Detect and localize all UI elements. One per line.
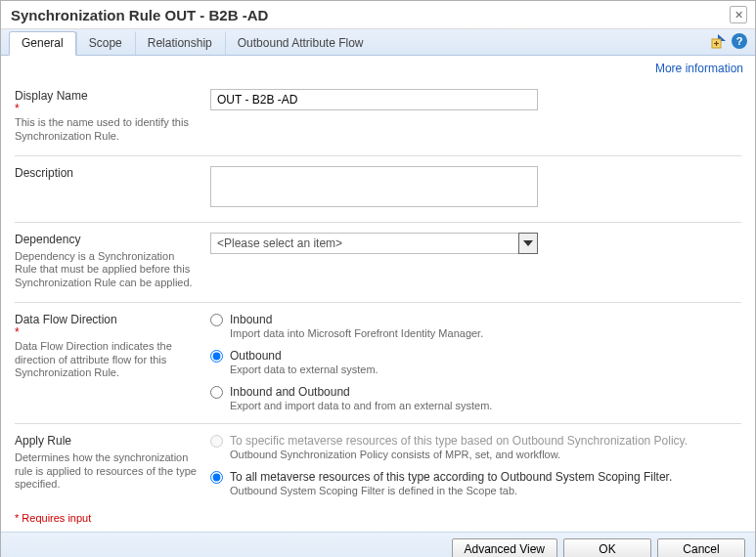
data-flow-label: Data Flow Direction — [15, 313, 199, 326]
tab-scope-label: Scope — [89, 36, 122, 50]
radio-apply-all-help: Outbound System Scoping Filter is define… — [230, 485, 672, 496]
dependency-select[interactable]: <Please select an item> — [210, 233, 538, 254]
description-label: Description — [15, 166, 199, 180]
radio-inbound-label: Inbound — [230, 313, 483, 326]
radio-apply-all[interactable] — [210, 471, 223, 484]
dialog-footer: Advanced View OK Cancel — [1, 532, 755, 557]
radio-apply-specific — [210, 435, 223, 448]
display-name-input[interactable] — [210, 89, 538, 110]
section-data-flow: Data Flow Direction * Data Flow Directio… — [15, 303, 741, 424]
radio-inbound-outbound-label: Inbound and Outbound — [230, 385, 492, 399]
radio-outbound-help: Export data to external system. — [230, 364, 378, 375]
close-icon: ✕ — [734, 9, 743, 21]
section-apply-rule: Apply Rule Determines how the synchroniz… — [15, 424, 741, 500]
required-marker: * — [15, 328, 199, 336]
dialog-title: Synchronization Rule OUT - B2B -AD — [11, 7, 268, 23]
dependency-select-value: <Please select an item> — [210, 233, 538, 254]
tab-relationship-label: Relationship — [148, 36, 212, 50]
radio-inbound-outbound[interactable] — [210, 386, 223, 399]
radio-apply-all-label: To all metaverse resources of this type … — [230, 470, 672, 484]
help-icon[interactable]: ? — [732, 33, 747, 49]
more-information-link[interactable]: More information — [655, 62, 743, 75]
more-info-row: More information — [1, 56, 755, 75]
tab-outbound-label: Outbound Attribute Flow — [238, 36, 364, 50]
description-input[interactable] — [210, 166, 538, 207]
ok-button[interactable]: OK — [563, 538, 651, 557]
radio-outbound-label: Outbound — [230, 349, 378, 363]
tab-general[interactable]: General — [9, 31, 76, 56]
data-flow-help: Data Flow Direction indicates the direct… — [15, 340, 199, 380]
apply-rule-label: Apply Rule — [15, 434, 199, 448]
dependency-help: Dependency is a Synchronization Rule tha… — [15, 250, 199, 290]
radio-apply-specific-help: Outbound Synchronization Policy consists… — [230, 449, 688, 460]
cancel-button[interactable]: Cancel — [657, 538, 745, 557]
title-bar: Synchronization Rule OUT - B2B -AD ✕ — [1, 1, 755, 29]
tab-general-label: General — [22, 36, 64, 50]
radio-inbound-outbound-help: Export and import data to and from an ex… — [230, 400, 492, 411]
chevron-down-icon — [518, 233, 538, 254]
advanced-view-button[interactable]: Advanced View — [452, 538, 558, 557]
display-name-label: Display Name — [15, 89, 199, 103]
tab-scope[interactable]: Scope — [76, 31, 135, 55]
radio-inbound-help: Import data into Microsoft Forefront Ide… — [230, 327, 483, 339]
tab-relationship[interactable]: Relationship — [135, 31, 225, 55]
radio-outbound[interactable] — [210, 350, 223, 363]
apply-rule-help: Determines how the synchronization rule … — [15, 451, 199, 492]
section-description: Description — [15, 156, 741, 223]
requires-input-note: * Requires input — [1, 504, 755, 532]
tabs-right-actions: ? — [710, 33, 747, 49]
dependency-label: Dependency — [15, 233, 199, 246]
tab-outbound-attribute-flow[interactable]: Outbound Attribute Flow — [225, 31, 377, 55]
display-name-help: This is the name used to identify this S… — [15, 116, 199, 144]
advanced-add-icon[interactable] — [710, 33, 726, 49]
radio-apply-specific-label: To specific metaverse resources of this … — [230, 434, 688, 448]
section-display-name: Display Name * This is the name used to … — [15, 79, 741, 156]
close-button[interactable]: ✕ — [730, 6, 747, 23]
form-area: Display Name * This is the name used to … — [1, 75, 755, 504]
section-dependency: Dependency Dependency is a Synchronizati… — [15, 223, 741, 303]
tab-strip: General Scope Relationship Outbound Attr… — [1, 29, 755, 56]
radio-inbound[interactable] — [210, 314, 223, 326]
required-marker: * — [15, 105, 199, 112]
sync-rule-dialog: Synchronization Rule OUT - B2B -AD ✕ Gen… — [0, 0, 756, 557]
